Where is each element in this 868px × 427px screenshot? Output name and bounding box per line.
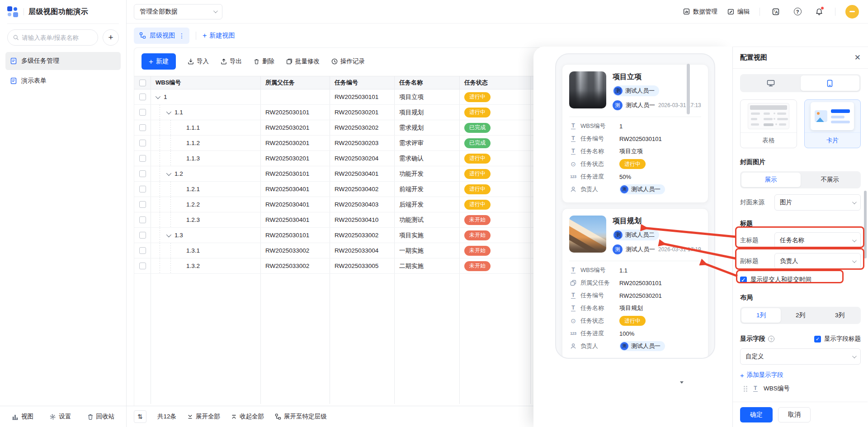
add-form-button[interactable]: + — [103, 29, 119, 46]
card-field-row: TWBS编号1 — [569, 120, 701, 132]
search-input[interactable] — [22, 34, 92, 41]
avatar: 测 — [613, 100, 623, 110]
view-type-card[interactable]: 卡片 — [804, 99, 861, 148]
cover-show-option[interactable]: 展示 — [741, 173, 801, 187]
device-desktop-option[interactable] — [741, 75, 801, 91]
card-title: 项目规划 — [613, 216, 701, 226]
status-badge: 未开始 — [464, 246, 491, 256]
col-header-wbs[interactable]: WBS编号 — [151, 76, 261, 89]
add-display-field-button[interactable]: + 添加显示字段 — [740, 371, 861, 379]
select-all-checkbox[interactable] — [139, 80, 146, 86]
card-field-row: 123任务进度50% — [569, 170, 701, 183]
image-icon — [815, 110, 827, 122]
sidebar-item-label: 多级任务管理 — [21, 57, 59, 65]
import-button[interactable]: 导入 — [188, 57, 209, 66]
preview-scrollbar[interactable] — [687, 64, 690, 114]
language-button[interactable]: A — [770, 6, 782, 18]
chevron-down-icon — [852, 200, 857, 204]
batch-edit-button[interactable]: 批量修改 — [286, 57, 320, 66]
operation-log-button[interactable]: 操作记录 — [331, 57, 365, 66]
row-expand-caret[interactable] — [166, 232, 171, 237]
row-checkbox[interactable] — [139, 247, 146, 254]
show-submitter-checkbox[interactable]: ✓ — [740, 277, 747, 283]
layout-2col-option[interactable]: 2列 — [781, 308, 820, 323]
display-field-item[interactable]: TWBS编号 — [740, 382, 861, 395]
device-mobile-option[interactable] — [801, 75, 860, 91]
edit-button[interactable]: 编辑 — [727, 8, 750, 16]
footer-recycle-button[interactable]: 回收站 — [87, 413, 115, 421]
layout-1col-option[interactable]: 1列 — [741, 308, 781, 323]
export-button[interactable]: 导出 — [221, 57, 242, 66]
edit-icon — [727, 8, 734, 15]
row-checkbox[interactable] — [139, 155, 146, 162]
row-checkbox[interactable] — [139, 263, 146, 269]
row-checkbox[interactable] — [139, 216, 146, 223]
cover-source-value: 图片 — [780, 198, 792, 206]
collapse-all-button[interactable]: 收起全部 — [231, 413, 264, 421]
search-input-wrap[interactable] — [7, 29, 98, 46]
row-expand-caret[interactable] — [156, 94, 160, 99]
main-title-select[interactable]: 任务名称 — [774, 232, 861, 249]
cover-source-label: 封面来源 — [740, 198, 774, 206]
data-manage-button[interactable]: 数据管理 — [683, 8, 717, 16]
expand-to-level-button[interactable]: 展开至特定层级 — [275, 413, 327, 421]
cover-source-select[interactable]: 图片 — [774, 194, 861, 211]
config-scrollbar[interactable] — [864, 191, 867, 258]
row-checkbox[interactable] — [139, 140, 146, 146]
col-header-name[interactable]: 任务名称 — [395, 76, 460, 89]
help-button[interactable]: ? — [792, 6, 803, 18]
user-avatar[interactable] — [845, 5, 859, 19]
drag-handle-icon[interactable] — [744, 386, 747, 392]
number-field-icon: 123 — [569, 174, 577, 179]
data-scope-select[interactable]: 管理全部数据 — [134, 4, 222, 19]
col-header-code[interactable]: 任务编号 — [330, 76, 395, 89]
create-button[interactable]: + 新建 — [142, 53, 176, 70]
cancel-button[interactable]: 取消 — [778, 407, 811, 422]
new-view-button[interactable]: + 新建视图 — [203, 32, 235, 40]
scroll-down-icon[interactable] — [680, 381, 684, 384]
fields-mode-select[interactable]: 自定义 — [740, 348, 861, 365]
confirm-button[interactable]: 确定 — [740, 407, 773, 422]
layout-3col-option[interactable]: 3列 — [820, 308, 859, 323]
avatar: 测 — [613, 230, 623, 239]
delete-button[interactable]: 删除 — [254, 57, 274, 66]
sidebar-item[interactable]: 演示表单 — [5, 72, 121, 90]
tab-hierarchy-view[interactable]: 层级视图 ⋮ — [134, 28, 189, 44]
field-label: WBS编号 — [580, 266, 619, 274]
footer-views-button[interactable]: 视图 — [12, 413, 33, 421]
row-checkbox[interactable] — [139, 94, 146, 100]
notifications-button[interactable] — [813, 6, 825, 18]
data-scope-value: 管理全部数据 — [140, 8, 178, 16]
row-checkbox[interactable] — [139, 186, 146, 192]
parent-task: RW2025033002 — [261, 258, 330, 273]
expand-all-button[interactable]: 展开全部 — [187, 413, 220, 421]
relation-field-icon — [569, 280, 577, 286]
card-submit-line: 测测试人员一2026-03-31 17:19 — [613, 244, 701, 254]
close-icon[interactable]: ✕ — [854, 54, 861, 61]
wbs-number: 1.1.3 — [186, 155, 200, 162]
show-field-titles-checkbox[interactable]: ✓ — [814, 336, 821, 343]
task-name: 功能开发 — [395, 166, 460, 181]
sidebar-item[interactable]: 多级任务管理 — [5, 52, 121, 70]
member-badge: 测测试人员一 — [619, 341, 665, 351]
row-checkbox[interactable] — [139, 109, 146, 116]
row-checkbox[interactable] — [139, 232, 146, 239]
sub-title-select[interactable]: 负责人 — [774, 253, 861, 269]
view-type-table[interactable]: 表格 — [740, 99, 797, 148]
col-header-parent[interactable]: 所属父任务 — [261, 76, 330, 89]
cover-hide-option[interactable]: 不展示 — [801, 173, 860, 187]
tab-more-icon[interactable]: ⋮ — [179, 33, 185, 39]
sub-title-value: 负责人 — [780, 257, 798, 265]
col-header-status[interactable]: 任务状态 — [460, 76, 531, 89]
row-checkbox[interactable] — [139, 201, 146, 208]
footer-settings-button[interactable]: 设置 — [49, 413, 71, 421]
preview-card[interactable]: 项目规划测测试人员二测测试人员一2026-03-31 17:19TWBS编号1.… — [562, 208, 708, 359]
help-icon[interactable]: ? — [768, 336, 774, 342]
row-checkbox[interactable] — [139, 170, 146, 177]
row-expand-caret[interactable] — [166, 109, 171, 114]
row-checkbox[interactable] — [139, 124, 146, 131]
row-expand-caret[interactable] — [166, 170, 171, 175]
row-height-button[interactable]: ⇅ — [134, 410, 146, 423]
card-field-row: T任务编号RW2025030201 — [569, 289, 701, 302]
field-label: 负责人 — [580, 185, 619, 193]
